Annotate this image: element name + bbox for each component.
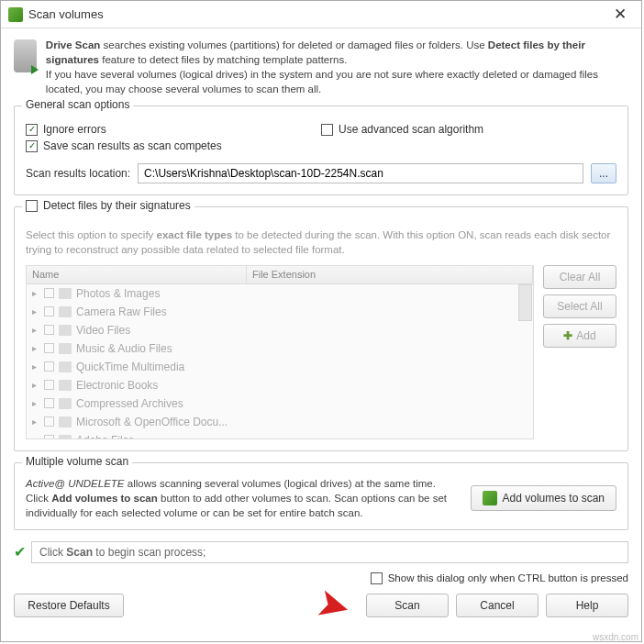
item-label: QuickTime Multimedia — [76, 361, 184, 373]
list-item[interactable]: ▸Adobe Files — [27, 431, 533, 439]
ignore-errors-checkbox[interactable] — [26, 124, 38, 136]
list-item[interactable]: ▸Music & Audio Files — [27, 339, 533, 358]
drive-icon — [14, 39, 37, 72]
item-checkbox[interactable] — [44, 288, 54, 298]
item-checkbox[interactable] — [44, 325, 54, 335]
restore-defaults-button[interactable]: Restore Defaults — [14, 594, 124, 617]
scrollbar-thumb[interactable] — [518, 284, 532, 321]
folder-icon — [59, 416, 72, 427]
item-label: Adobe Files — [76, 434, 134, 439]
advanced-algo-checkbox[interactable] — [321, 124, 333, 136]
folder-icon — [59, 325, 72, 336]
intro-block: Drive Scan searches existing volumes (pa… — [14, 38, 628, 96]
folder-icon — [59, 288, 72, 299]
file-type-tree[interactable]: Name File Extension ▸Photos & Images▸Cam… — [26, 265, 534, 439]
watermark: wsxdn.com — [593, 632, 638, 642]
list-item[interactable]: ▸Electronic Books — [27, 376, 533, 394]
folder-icon — [59, 306, 72, 317]
group-label-signatures: Detect files by their signatures — [43, 199, 191, 212]
close-icon[interactable]: ✕ — [606, 3, 634, 26]
app-icon — [8, 7, 23, 22]
general-scan-group: General scan options Ignore errors Save … — [14, 105, 628, 195]
folder-icon — [59, 361, 72, 372]
list-item[interactable]: ▸Photos & Images — [27, 284, 533, 303]
item-label: Electronic Books — [76, 379, 158, 392]
item-label: Music & Audio Files — [76, 342, 172, 355]
save-results-checkbox[interactable] — [26, 140, 38, 152]
multi-volume-group: Multiple volume scan Active@ UNDELETE al… — [14, 462, 628, 530]
cancel-button[interactable]: Cancel — [456, 594, 539, 617]
intro-text-2: feature to detect files by matching temp… — [99, 54, 347, 65]
chevron-right-icon: ▸ — [32, 325, 39, 335]
advanced-algo-label: Use advanced scan algorithm — [339, 123, 483, 136]
item-checkbox[interactable] — [44, 416, 54, 427]
list-item[interactable]: ▸Microsoft & OpenOffice Docu... — [27, 413, 533, 431]
plus-icon: ✚ — [563, 329, 572, 342]
item-checkbox[interactable] — [44, 306, 54, 316]
folder-icon — [59, 435, 72, 439]
show-dialog-ctrl-label: Show this dialog only when CTRL button i… — [388, 572, 628, 583]
folder-icon — [59, 343, 72, 354]
chevron-right-icon: ▸ — [32, 306, 39, 316]
list-item[interactable]: ▸Camera Raw Files — [27, 303, 533, 321]
item-checkbox[interactable] — [44, 435, 54, 439]
intro-strong-1: Drive Scan — [46, 39, 100, 50]
chevron-right-icon: ▸ — [32, 380, 39, 390]
browse-button[interactable]: ... — [591, 163, 616, 183]
item-label: Camera Raw Files — [76, 305, 167, 318]
status-message: Click Scan to begin scan process; — [31, 541, 628, 563]
detect-signatures-checkbox[interactable] — [26, 200, 38, 212]
intro-text-1: searches existing volumes (partitions) f… — [100, 39, 488, 50]
list-item[interactable]: ▸Compressed Archives — [27, 394, 533, 413]
signatures-group: Detect files by their signatures Select … — [14, 206, 628, 450]
group-label-mvs: Multiple volume scan — [22, 455, 132, 468]
add-button[interactable]: ✚Add — [543, 324, 616, 348]
scan-location-input[interactable] — [138, 163, 583, 183]
chevron-right-icon: ▸ — [32, 435, 39, 439]
chevron-right-icon: ▸ — [32, 288, 39, 298]
chevron-right-icon: ▸ — [32, 343, 39, 353]
item-checkbox[interactable] — [44, 361, 54, 372]
signatures-description: Select this option to specify exact file… — [26, 228, 616, 257]
scan-button[interactable]: Scan — [366, 594, 449, 617]
chevron-right-icon: ▸ — [32, 361, 39, 372]
item-label: Microsoft & OpenOffice Docu... — [76, 416, 228, 428]
select-all-button[interactable]: Select All — [543, 294, 616, 318]
col-name: Name — [27, 266, 247, 283]
chevron-right-icon: ▸ — [32, 398, 39, 408]
group-label-general: General scan options — [22, 98, 133, 111]
ignore-errors-label: Ignore errors — [43, 123, 106, 136]
item-checkbox[interactable] — [44, 380, 54, 390]
item-checkbox[interactable] — [44, 343, 54, 353]
show-dialog-ctrl-checkbox[interactable] — [371, 572, 383, 584]
add-volumes-button[interactable]: Add volumes to scan — [471, 485, 616, 511]
window-title: Scan volumes — [28, 7, 606, 21]
item-label: Video Files — [76, 324, 130, 337]
intro-text-3: If you have several volumes (logical dri… — [46, 69, 598, 94]
clear-all-button[interactable]: Clear All — [543, 265, 616, 289]
save-results-label: Save scan results as scan competes — [43, 139, 222, 152]
list-item[interactable]: ▸Video Files — [27, 321, 533, 339]
check-icon: ✔ — [14, 543, 26, 561]
folder-icon — [59, 380, 72, 391]
item-label: Compressed Archives — [76, 397, 183, 410]
col-ext: File Extension — [247, 266, 533, 283]
item-checkbox[interactable] — [44, 398, 54, 408]
help-button[interactable]: Help — [546, 594, 628, 617]
volume-icon — [483, 491, 497, 505]
item-label: Photos & Images — [76, 287, 160, 300]
titlebar: Scan volumes ✕ — [1, 1, 641, 28]
list-item[interactable]: ▸QuickTime Multimedia — [27, 358, 533, 376]
chevron-right-icon: ▸ — [32, 416, 39, 427]
scan-location-label: Scan results location: — [26, 167, 130, 180]
mvs-text: Active@ UNDELETE allows scanning several… — [26, 476, 461, 520]
folder-icon — [59, 398, 72, 409]
